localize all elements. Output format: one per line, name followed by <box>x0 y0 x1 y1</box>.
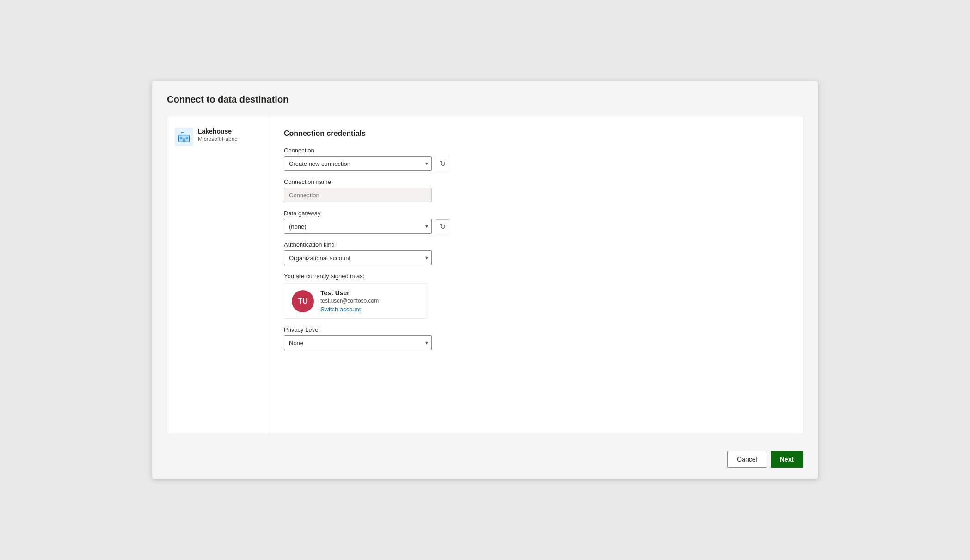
auth-kind-select[interactable]: Organizational account <box>284 250 432 265</box>
auth-kind-select-wrapper: Organizational account ▾ <box>284 250 432 265</box>
signed-in-label: You are currently signed in as: <box>284 273 788 280</box>
footer: Cancel Next <box>167 444 803 468</box>
lakehouse-icon <box>175 128 193 146</box>
data-gateway-select-wrapper: (none) ▾ <box>284 219 432 234</box>
privacy-level-select-wrapper: None ▾ <box>284 335 432 350</box>
user-email: test.user@contoso.com <box>320 298 379 304</box>
avatar: TU <box>292 290 314 312</box>
connection-row: Create new connection ▾ ↻ <box>284 156 788 171</box>
signed-in-group: You are currently signed in as: TU Test … <box>284 273 788 319</box>
data-gateway-select[interactable]: (none) <box>284 219 432 234</box>
data-gateway-refresh-icon: ↻ <box>440 222 446 231</box>
section-title: Connection credentials <box>284 129 788 138</box>
main-card: Lakehouse Microsoft Fabric Connection cr… <box>167 116 803 434</box>
next-button[interactable]: Next <box>771 451 803 468</box>
switch-account-link[interactable]: Switch account <box>320 306 379 313</box>
privacy-level-label: Privacy Level <box>284 326 788 333</box>
data-gateway-label: Data gateway <box>284 210 788 217</box>
privacy-level-group: Privacy Level None ▾ <box>284 326 788 350</box>
data-gateway-group: Data gateway (none) ▾ ↻ <box>284 210 788 234</box>
connection-group: Connection Create new connection ▾ ↻ <box>284 147 788 171</box>
page-title: Connect to data destination <box>167 94 803 105</box>
sidebar-text: Lakehouse Microsoft Fabric <box>198 128 237 142</box>
connection-refresh-button[interactable]: ↻ <box>436 157 449 170</box>
privacy-level-select[interactable]: None <box>284 335 432 350</box>
user-name: Test User <box>320 289 379 297</box>
connection-select-wrapper: Create new connection ▾ <box>284 156 432 171</box>
auth-kind-group: Authentication kind Organizational accou… <box>284 241 788 265</box>
sidebar-item-lakehouse: Lakehouse Microsoft Fabric <box>175 128 261 146</box>
data-gateway-row: (none) ▾ ↻ <box>284 219 788 234</box>
connection-label: Connection <box>284 147 788 154</box>
auth-kind-label: Authentication kind <box>284 241 788 248</box>
svg-rect-2 <box>183 138 186 142</box>
connection-select[interactable]: Create new connection <box>284 156 432 171</box>
svg-rect-4 <box>186 137 188 139</box>
refresh-icon: ↻ <box>440 159 446 168</box>
sidebar: Lakehouse Microsoft Fabric <box>167 116 269 434</box>
connection-name-input[interactable] <box>284 188 432 202</box>
svg-rect-3 <box>180 137 182 139</box>
content-area: Connection credentials Connection Create… <box>269 116 803 434</box>
sidebar-subtitle: Microsoft Fabric <box>198 136 237 142</box>
outer-container: Connect to data destination Lakehouse <box>152 81 818 479</box>
user-info: Test User test.user@contoso.com Switch a… <box>320 289 379 313</box>
user-card: TU Test User test.user@contoso.com Switc… <box>284 283 427 319</box>
connection-name-group: Connection name <box>284 178 788 202</box>
sidebar-name: Lakehouse <box>198 128 237 135</box>
connection-name-label: Connection name <box>284 178 788 185</box>
data-gateway-refresh-button[interactable]: ↻ <box>436 219 449 233</box>
cancel-button[interactable]: Cancel <box>727 451 767 468</box>
